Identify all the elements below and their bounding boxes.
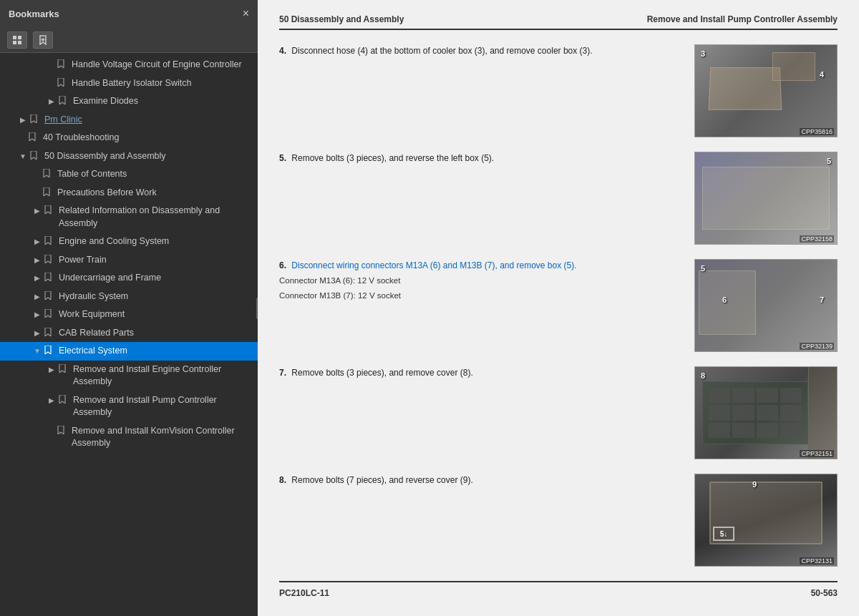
sidebar-item-remove-engine-ctrl[interactable]: ▶ Remove and Install Engine Controller A… (0, 361, 258, 391)
sidebar-item-undercarriage[interactable]: ▶ Undercarriage and Frame (0, 269, 258, 288)
img-label-8: 8 (701, 371, 705, 380)
svg-rect-3 (18, 41, 21, 44)
close-button[interactable]: × (243, 7, 249, 20)
sidebar-item-examine-diodes[interactable]: ▶ Examine Diodes (0, 92, 258, 111)
step-4-image: 3 4 CPP35816 (694, 44, 838, 137)
related-info-label: Related Information on Disassembly and A… (59, 205, 252, 230)
doc-step-5: 5. Remove bolts (3 pieces), and reverse … (279, 152, 838, 245)
sidebar-item-pm-clinic[interactable]: ▶ Pm Clinic (0, 111, 258, 129)
step-6-description-link[interactable]: Disconnect wiring connectors M13A (6) an… (291, 260, 576, 270)
step-7-description: Remove bolts (3 pieces), and remove cove… (291, 368, 472, 378)
step-5-num: 5. (279, 153, 286, 163)
doc-footer-left: PC210LC-11 (279, 588, 329, 598)
bookmark-icon-related-info (44, 205, 54, 217)
step-4-num: 4. (279, 46, 286, 56)
expand-undercarriage[interactable]: ▶ (31, 273, 43, 284)
sidebar-item-40-troubleshooting[interactable]: 40 Troubleshooting (0, 129, 258, 147)
40-troubleshooting-label: 40 Troubleshooting (43, 132, 252, 145)
sidebar-content: Handle Voltage Circuit of Engine Control… (0, 53, 258, 616)
doc-footer: PC210LC-11 50-563 (279, 581, 838, 598)
doc-footer-right: 50-563 (811, 588, 838, 598)
expand-work-equipment[interactable]: ▶ (31, 309, 43, 321)
expand-power-train[interactable]: ▶ (31, 255, 43, 266)
bookmark-icon-cab-related (44, 328, 54, 339)
bookmark-add-icon (38, 35, 48, 45)
sidebar-item-remove-komvision[interactable]: Remove and Install KomVision Controller … (0, 422, 258, 453)
sidebar-title: Bookmarks (9, 9, 59, 19)
step-6-image: 5 6 7 CPP32139 (694, 259, 838, 352)
bookmark-icon-power-train (44, 255, 54, 266)
sidebar-item-cab-related[interactable]: ▶ CAB Related Parts (0, 324, 258, 343)
step-7-img-caption: CPP32151 (800, 450, 834, 457)
grid-view-button[interactable] (7, 31, 27, 49)
doc-step-4: 4. Disconnect hose (4) at the bottom of … (279, 44, 838, 137)
step-7-text: 7. Remove bolts (3 pieces), and remove c… (279, 366, 683, 379)
hydraulic-label: Hydraulic System (59, 290, 252, 303)
svg-rect-1 (18, 36, 21, 39)
expand-hydraulic[interactable]: ▶ (31, 291, 43, 303)
cab-related-label: CAB Related Parts (59, 327, 252, 340)
sidebar-item-handle-battery[interactable]: Handle Battery Isolator Switch (0, 74, 258, 93)
sidebar-item-electrical[interactable]: ▼ Electrical System (0, 342, 258, 361)
precautions-label: Precautions Before Work (57, 187, 252, 200)
bookmark-icon-remove-komvision (57, 426, 67, 437)
img-label-5a: 5 (827, 157, 831, 165)
bookmark-icon-undercarriage (44, 273, 54, 284)
work-equipment-label: Work Equipment (59, 308, 252, 321)
img-label-7: 7 (820, 295, 824, 304)
img-label-3: 3 (701, 49, 705, 58)
bookmark-icon-engine-cooling (44, 236, 54, 248)
undercarriage-label: Undercarriage and Frame (59, 272, 252, 285)
expand-examine-diodes[interactable]: ▶ (46, 96, 57, 107)
step-7-num: 7. (279, 368, 286, 378)
img-label-9: 9 (752, 480, 757, 489)
sidebar-item-table-of-contents[interactable]: Table of Contents (0, 165, 258, 184)
step-6-subline-2: Connector M13B (7): 12 V socket (279, 290, 683, 302)
expand-remove-engine-ctrl[interactable]: ▶ (46, 364, 57, 376)
step-6-subline-1: Connector M13A (6): 12 V socket (279, 275, 683, 287)
sidebar-item-related-info[interactable]: ▶ Related Information on Disassembly and… (0, 202, 258, 233)
bookmark-add-button[interactable] (33, 31, 53, 49)
bookmark-icon-pm-clinic (30, 114, 40, 126)
step-8-img-caption: CPP32131 (800, 557, 834, 564)
sidebar-collapse-button[interactable]: ◀ (256, 298, 258, 319)
bookmark-icon-40-troubleshooting (29, 132, 39, 144)
doc-header-left: 50 Disassembly and Assembly (279, 14, 404, 24)
doc-step-7: 7. Remove bolts (3 pieces), and remove c… (279, 366, 838, 459)
step-6-num: 6. (279, 260, 286, 270)
step-8-num: 8. (279, 475, 286, 485)
sidebar-item-work-equipment[interactable]: ▶ Work Equipment (0, 305, 258, 324)
img-label-4: 4 (820, 70, 824, 79)
sidebar-item-precautions[interactable]: Precautions Before Work (0, 184, 258, 202)
bookmark-icon-50-disassembly (30, 151, 40, 162)
bookmark-icon-remove-engine-ctrl (59, 364, 69, 376)
bookmark-icon-toc (43, 169, 53, 180)
expand-pm-clinic[interactable]: ▶ (17, 114, 29, 126)
sidebar-item-50-disassembly[interactable]: ▼ 50 Disassembly and Assembly (0, 147, 258, 166)
sidebar-item-power-train[interactable]: ▶ Power Train (0, 251, 258, 270)
step-4-text: 4. Disconnect hose (4) at the bottom of … (279, 44, 683, 57)
expand-engine-cooling[interactable]: ▶ (31, 236, 43, 248)
doc-step-8: 8. Remove bolts (7 pieces), and reverse … (279, 474, 838, 567)
sidebar-header: Bookmarks × (0, 0, 258, 27)
expand-remove-pump-ctrl[interactable]: ▶ (46, 395, 57, 406)
expand-50-disassembly[interactable]: ▼ (17, 151, 29, 162)
step-5-image: 5 CPP32158 (694, 152, 838, 245)
step-6-text: 6. Disconnect wiring connectors M13A (6)… (279, 259, 683, 303)
sidebar-item-engine-cooling[interactable]: ▶ Engine and Cooling System (0, 233, 258, 251)
remove-komvision-label: Remove and Install KomVision Controller … (72, 425, 252, 450)
sidebar-item-handle-voltage[interactable]: Handle Voltage Circuit of Engine Control… (0, 56, 258, 74)
bookmark-icon-examine-diodes (59, 96, 69, 107)
sidebar-item-remove-pump-ctrl[interactable]: ▶ Remove and Install Pump Controller Ass… (0, 391, 258, 422)
expand-related-info[interactable]: ▶ (31, 205, 43, 217)
main-content: 50 Disassembly and Assembly Remove and I… (258, 0, 859, 616)
step-7-image: 8 CPP32151 (694, 366, 838, 459)
step-5-text: 5. Remove bolts (3 pieces), and reverse … (279, 152, 683, 165)
toc-label: Table of Contents (57, 168, 252, 181)
svg-rect-2 (13, 41, 16, 44)
expand-cab-related[interactable]: ▶ (31, 328, 43, 339)
power-train-label: Power Train (59, 254, 252, 267)
expand-electrical[interactable]: ▼ (31, 346, 43, 357)
bookmark-icon-hydraulic (44, 291, 54, 303)
sidebar-item-hydraulic[interactable]: ▶ Hydraulic System (0, 288, 258, 306)
